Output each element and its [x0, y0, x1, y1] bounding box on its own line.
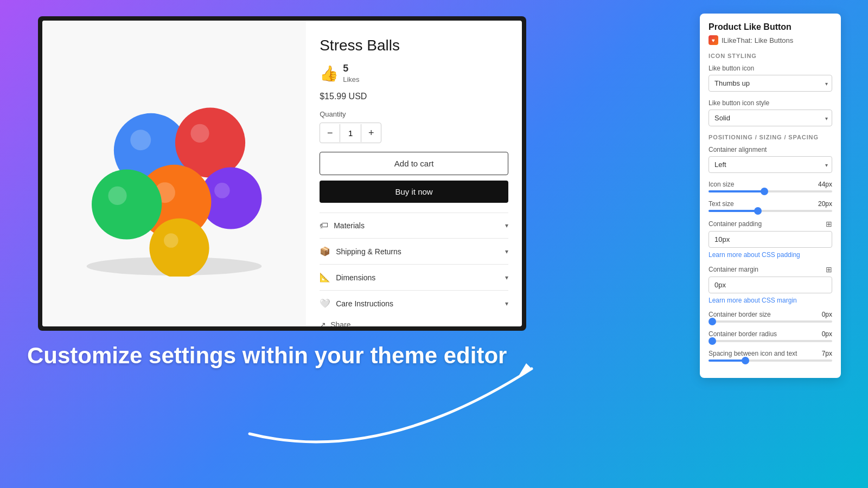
materials-chevron: ▾: [505, 222, 508, 229]
text-size-row: Text size 20px: [709, 200, 832, 212]
subtitle-text: ILikeThat: Like Buttons: [722, 36, 793, 44]
quantity-label: Quantity: [320, 110, 508, 118]
css-margin-link[interactable]: Learn more about CSS margin: [709, 297, 832, 304]
spacing-thumb[interactable]: [742, 357, 749, 364]
text-size-fill: [709, 210, 758, 212]
likes-label: Likes: [343, 75, 359, 84]
svg-point-10: [108, 187, 126, 205]
share-icon: ↗: [320, 320, 326, 326]
balls-svg: [71, 70, 277, 277]
text-size-track[interactable]: [709, 210, 832, 212]
shipping-chevron: ▾: [505, 248, 508, 255]
materials-icon: 🏷: [320, 221, 328, 230]
shipping-label: Shipping & Returns: [336, 247, 401, 256]
accordion-care[interactable]: 🤍 Care Instructions ▾: [320, 290, 508, 316]
accordion-materials[interactable]: 🏷 Materials ▾: [320, 213, 508, 238]
container-margin-row: Container margin ⊞: [709, 265, 832, 274]
border-radius-track[interactable]: [709, 340, 832, 342]
like-button-icon-select[interactable]: Thumbs up Heart Star: [709, 75, 832, 92]
panel-title: Product Like Button: [709, 22, 832, 32]
like-button-icon-wrapper: Thumbs up Heart Star ▾: [709, 75, 832, 92]
border-size-value: 0px: [822, 311, 832, 318]
qty-value: 1: [340, 124, 361, 142]
container-padding-input[interactable]: [709, 231, 832, 248]
materials-label: Materials: [334, 221, 365, 230]
svg-point-2: [130, 130, 151, 150]
icon-size-row: Icon size 44px: [709, 181, 832, 192]
ilike-icon: ♥: [709, 35, 718, 45]
arrow-svg: [217, 336, 586, 455]
quantity-control: − 1 +: [320, 123, 381, 143]
spacing-track[interactable]: [709, 359, 832, 362]
care-chevron: ▾: [505, 300, 508, 307]
container-margin-label: Container margin: [709, 266, 758, 273]
padding-stack-icon[interactable]: ⊞: [826, 220, 832, 228]
accordion-dimensions[interactable]: 📐 Dimensions ▾: [320, 264, 508, 290]
spacing-fill: [709, 359, 745, 362]
dimensions-icon: 📐: [320, 272, 330, 282]
likes-row: 👍 5 Likes: [320, 63, 508, 84]
text-size-label: Text size: [709, 200, 734, 208]
svg-point-4: [190, 124, 209, 143]
balls-container: [53, 31, 295, 316]
text-size-value: 20px: [818, 200, 832, 208]
css-padding-link[interactable]: Learn more about CSS padding: [709, 251, 832, 259]
thumbs-up-icon[interactable]: 👍: [320, 65, 339, 82]
icon-styling-header: ICON STYLING: [709, 53, 832, 59]
border-size-label: Container border size: [709, 311, 771, 318]
preview-frame: Stress Balls 👍 5 Likes $15.99 USD Quanti…: [38, 16, 526, 331]
care-icon: 🤍: [320, 298, 330, 309]
likes-count: 5: [343, 63, 348, 74]
increase-qty-button[interactable]: +: [361, 123, 381, 143]
margin-stack-icon[interactable]: ⊞: [826, 265, 832, 274]
icon-size-value: 44px: [818, 181, 832, 188]
panel-subtitle: ♥ ILikeThat: Like Buttons: [709, 35, 832, 45]
positioning-header: POSITIONING / SIZING / SPACING: [709, 134, 832, 140]
border-size-track[interactable]: [709, 320, 832, 323]
likes-info: 5 Likes: [343, 63, 359, 84]
shipping-icon: 📦: [320, 246, 330, 256]
container-alignment-select[interactable]: Left Center Right: [709, 156, 832, 173]
like-icon-style-select[interactable]: Solid Outline: [709, 110, 832, 126]
like-icon-style-label: Like button icon style: [709, 99, 832, 107]
decrease-qty-button[interactable]: −: [320, 123, 340, 143]
container-padding-label: Container padding: [709, 220, 762, 228]
text-size-thumb[interactable]: [754, 207, 762, 215]
product-image-area: [42, 21, 306, 326]
spacing-row: Spacing between icon and text 7px: [709, 350, 832, 362]
container-alignment-wrapper: Left Center Right ▾: [709, 156, 832, 173]
container-margin-input[interactable]: [709, 277, 832, 293]
icon-size-label: Icon size: [709, 181, 734, 188]
svg-point-6: [214, 183, 230, 198]
icon-size-thumb[interactable]: [761, 188, 768, 195]
product-price: $15.99 USD: [320, 92, 508, 101]
product-title: Stress Balls: [320, 37, 508, 54]
dimensions-chevron: ▾: [505, 274, 508, 281]
preview-inner: Stress Balls 👍 5 Likes $15.99 USD Quanti…: [42, 21, 522, 326]
container-padding-row: Container padding ⊞: [709, 220, 832, 228]
icon-size-fill: [709, 190, 764, 192]
svg-point-12: [164, 233, 178, 248]
svg-point-11: [149, 219, 209, 277]
product-details: Stress Balls 👍 5 Likes $15.99 USD Quanti…: [306, 21, 522, 326]
share-row[interactable]: ↗ Share: [320, 316, 508, 326]
buy-now-button[interactable]: Buy it now: [320, 181, 508, 203]
share-label: Share: [330, 320, 350, 326]
border-size-thumb[interactable]: [709, 318, 716, 325]
care-label: Care Instructions: [336, 299, 393, 308]
settings-panel: Product Like Button ♥ ILikeThat: Like Bu…: [700, 14, 841, 378]
container-border-radius-row: Container border radius 0px: [709, 330, 832, 342]
spacing-label: Spacing between icon and text: [709, 350, 797, 357]
accordion-shipping[interactable]: 📦 Shipping & Returns ▾: [320, 238, 508, 264]
add-to-cart-button[interactable]: Add to cart: [320, 152, 508, 175]
dimensions-label: Dimensions: [336, 273, 375, 282]
border-radius-thumb[interactable]: [709, 337, 716, 345]
container-border-size-row: Container border size 0px: [709, 311, 832, 323]
container-alignment-label: Container alignment: [709, 146, 832, 153]
spacing-value: 7px: [822, 350, 832, 357]
like-button-icon-label: Like button icon: [709, 65, 832, 72]
border-radius-label: Container border radius: [709, 330, 777, 338]
icon-size-track[interactable]: [709, 190, 832, 192]
border-radius-value: 0px: [822, 330, 832, 338]
svg-point-9: [92, 169, 162, 239]
